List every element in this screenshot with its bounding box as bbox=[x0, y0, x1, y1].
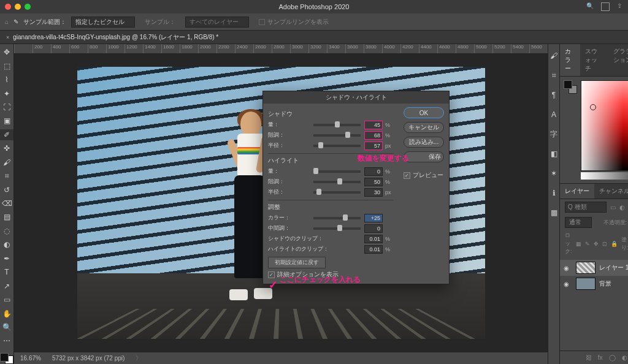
history-brush-tool[interactable]: ↺ bbox=[0, 184, 13, 195]
dodge-tool[interactable]: ◐ bbox=[0, 239, 13, 250]
highlight-tone-input[interactable]: 50 bbox=[364, 178, 383, 186]
marquee-tool[interactable]: ⬚ bbox=[0, 60, 13, 71]
midtone-input[interactable]: 0 bbox=[364, 224, 383, 233]
layer-row[interactable]: ◉ レイヤー 1 bbox=[560, 260, 628, 276]
adjust-icon[interactable]: ◐ bbox=[622, 354, 627, 361]
dialog-title[interactable]: シャドウ・ハイライト bbox=[263, 91, 449, 104]
shadow-radius-input[interactable]: 57 bbox=[364, 142, 383, 150]
filter-image-icon[interactable]: ▭ bbox=[610, 204, 616, 211]
clone-tool[interactable]: ⌗ bbox=[0, 170, 13, 181]
close-tab-icon[interactable]: × bbox=[6, 34, 9, 40]
layer-thumb[interactable] bbox=[576, 278, 595, 290]
clone-source-icon[interactable]: ⌗ bbox=[548, 70, 559, 81]
layer-row[interactable]: ◉ 背景 🔒 bbox=[560, 276, 628, 292]
fg-bg-swatch[interactable] bbox=[564, 80, 577, 94]
lasso-tool[interactable]: ⌇ bbox=[0, 74, 13, 85]
color-spectrum[interactable] bbox=[581, 80, 628, 171]
share-icon[interactable]: ⇪ bbox=[617, 2, 622, 11]
highlight-radius-slider[interactable] bbox=[313, 191, 361, 194]
panel-tab[interactable]: カラー bbox=[560, 44, 580, 76]
panel-tab[interactable]: レイヤー bbox=[560, 184, 594, 199]
panel-tab[interactable]: スウォッチ bbox=[580, 44, 608, 76]
type-tool[interactable]: T bbox=[0, 267, 13, 278]
fg-bg-colors[interactable] bbox=[0, 353, 13, 364]
shadow-amount-input[interactable]: 45 bbox=[364, 121, 383, 129]
eraser-tool[interactable]: ⌫ bbox=[0, 198, 13, 209]
reset-defaults-button[interactable]: 初期設定値に戻す bbox=[268, 257, 326, 268]
path-select-tool[interactable]: ↗ bbox=[0, 280, 13, 291]
rectangle-tool[interactable]: ▭ bbox=[0, 294, 13, 305]
eyedropper-tool[interactable]: ✐ bbox=[0, 129, 13, 140]
link-icon[interactable]: ⛓ bbox=[586, 354, 592, 361]
minimize-window-button[interactable] bbox=[15, 4, 21, 10]
shadow-tone-slider[interactable] bbox=[313, 134, 361, 137]
layer-thumb[interactable] bbox=[576, 262, 595, 274]
edit-toolbar-tool[interactable]: ⋯ bbox=[0, 335, 13, 346]
home-icon[interactable]: ⌂ bbox=[5, 18, 9, 25]
mask-icon[interactable]: ◯ bbox=[609, 354, 616, 361]
preview-checkbox[interactable]: ✓プレビュー bbox=[404, 171, 444, 180]
crop-tool[interactable]: ⛶ bbox=[0, 102, 13, 113]
blur-tool[interactable]: ◌ bbox=[0, 226, 13, 237]
search-icon[interactable]: 🔍 bbox=[586, 2, 594, 11]
panel-tab[interactable]: グラデーション bbox=[608, 44, 628, 76]
layer-filter-kind[interactable]: Q 種類 bbox=[565, 202, 607, 213]
fullscreen-window-button[interactable] bbox=[25, 4, 31, 10]
load-button[interactable]: 読み込み... bbox=[404, 137, 444, 148]
brush-tool[interactable]: 🖌 bbox=[0, 157, 13, 168]
fx-icon[interactable]: fx bbox=[598, 354, 603, 361]
highlight-clip-input[interactable]: 0.01 bbox=[364, 245, 383, 254]
lock-icon[interactable]: 🔒 bbox=[611, 241, 618, 247]
filter-adjust-icon[interactable]: ◐ bbox=[619, 204, 625, 211]
nav-icon[interactable]: ▦ bbox=[548, 207, 559, 218]
frame-tool[interactable]: ▣ bbox=[0, 115, 13, 126]
zoom-level[interactable]: 16.67% bbox=[20, 355, 41, 362]
save-button[interactable]: 保存 bbox=[404, 151, 444, 162]
blend-mode-select[interactable]: 通常 bbox=[565, 217, 592, 228]
pen-tool[interactable]: ✒ bbox=[0, 253, 13, 264]
color-input[interactable]: +25 bbox=[364, 214, 383, 222]
shadow-radius-slider[interactable] bbox=[313, 145, 361, 147]
spot-heal-tool[interactable]: ✜ bbox=[0, 143, 13, 154]
highlight-tone-slider[interactable] bbox=[313, 181, 361, 183]
close-window-button[interactable] bbox=[5, 4, 11, 10]
show-detail-options-checkbox[interactable]: ✓ 詳細オプションを表示 bbox=[268, 270, 394, 279]
zoom-tool[interactable]: 🔍 bbox=[0, 322, 13, 333]
shadow-tone-input[interactable]: 68 bbox=[364, 131, 383, 140]
lock-artboard-icon[interactable]: ⊡ bbox=[602, 241, 607, 247]
color-slider[interactable] bbox=[313, 217, 361, 219]
status-chevron-icon[interactable]: 〉 bbox=[136, 354, 142, 363]
lock-pixels-icon[interactable]: ✎ bbox=[585, 241, 590, 247]
char-icon[interactable]: A bbox=[548, 109, 559, 120]
cancel-button[interactable]: キャンセル bbox=[404, 122, 444, 133]
show-sampling-ring-checkbox[interactable]: サンプルリングを表示 bbox=[254, 17, 334, 28]
lock-position-icon[interactable]: ✥ bbox=[594, 241, 599, 247]
panel-tab[interactable]: チャンネル bbox=[594, 184, 628, 199]
brush-settings-icon[interactable]: 🖌 bbox=[548, 50, 559, 61]
wand-tool[interactable]: ✦ bbox=[0, 88, 13, 99]
shadows-highlights-dialog[interactable]: シャドウ・ハイライト シャドウ 量：45% 階調：68% 半径：57px ハイラ… bbox=[262, 91, 450, 284]
move-tool[interactable]: ✥ bbox=[0, 47, 13, 58]
styles-icon[interactable]: ✶ bbox=[548, 168, 559, 179]
swatches-icon[interactable]: ◧ bbox=[548, 148, 559, 159]
midtone-slider[interactable] bbox=[313, 227, 361, 230]
ok-button[interactable]: OK bbox=[404, 107, 444, 118]
layer-name[interactable]: レイヤー 1 bbox=[599, 264, 628, 272]
visibility-eye-icon[interactable]: ◉ bbox=[564, 265, 572, 271]
info-icon[interactable]: ℹ bbox=[548, 188, 559, 199]
shadow-amount-slider[interactable] bbox=[313, 124, 361, 126]
document-tab[interactable]: × gianandrea-villa-t4cSB-InqGY-unsplash.… bbox=[0, 33, 224, 42]
visibility-eye-icon[interactable]: ◉ bbox=[564, 281, 572, 287]
gradient-tool[interactable]: ▤ bbox=[0, 211, 13, 222]
paragraph-icon[interactable]: ¶ bbox=[548, 89, 559, 100]
sample-size-select[interactable]: 指定したピクセル bbox=[71, 17, 135, 28]
bw-bar[interactable] bbox=[581, 172, 628, 180]
sample-layers-select[interactable]: すべてのレイヤー bbox=[185, 17, 249, 28]
shadow-clip-input[interactable]: 0.01 bbox=[364, 235, 383, 243]
layer-name[interactable]: 背景 bbox=[599, 279, 611, 288]
glyphs-icon[interactable]: 字 bbox=[548, 129, 559, 140]
highlight-radius-input[interactable]: 30 bbox=[364, 188, 383, 197]
highlight-amount-input[interactable]: 0 bbox=[364, 167, 383, 176]
highlight-amount-slider[interactable] bbox=[313, 170, 361, 173]
lock-all-icon[interactable]: ▦ bbox=[576, 241, 581, 247]
